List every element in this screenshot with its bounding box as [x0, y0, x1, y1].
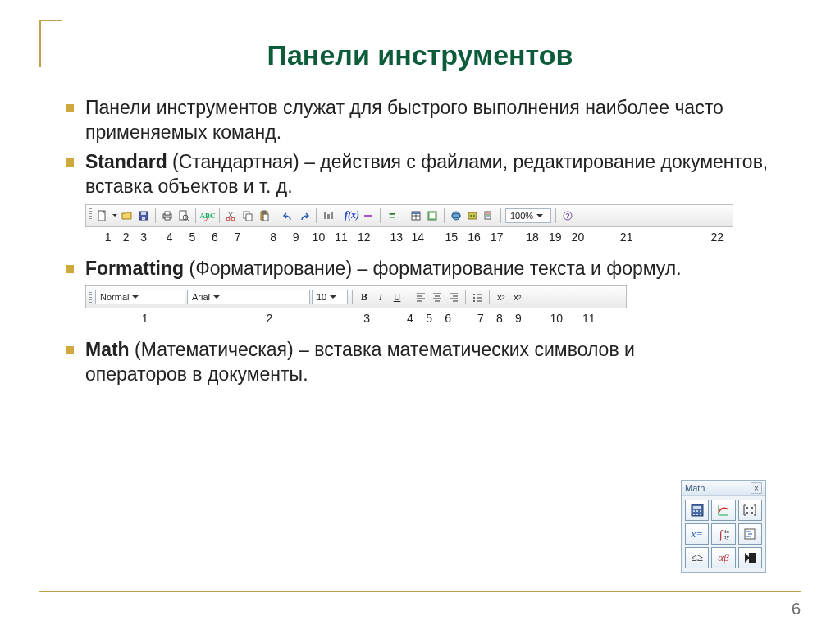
toolbar-index: 21	[620, 231, 633, 244]
open-icon[interactable]	[120, 208, 135, 223]
style-dropdown[interactable]: Normal	[95, 290, 185, 304]
svg-rect-20	[327, 214, 330, 219]
toolbar-index: 5	[426, 312, 432, 325]
svg-rect-26	[412, 212, 420, 214]
evaluation-icon[interactable]: x=	[685, 523, 709, 545]
bullet-list: Панели инструментов служат для быстрого …	[39, 96, 801, 199]
bullet-math-bold: Math	[85, 339, 130, 360]
evaluate-icon[interactable]: =	[385, 208, 399, 223]
bullets-icon[interactable]	[470, 290, 485, 304]
math-palette: Math × x= ∫dxdy ≤≥ αβ	[681, 480, 766, 573]
svg-text:dy: dy	[724, 534, 730, 541]
save-icon[interactable]	[136, 208, 151, 223]
bold-button[interactable]: B	[357, 290, 372, 304]
toolbar-index: 7	[235, 231, 241, 244]
programming-icon[interactable]	[738, 523, 762, 545]
align-left-icon[interactable]	[413, 290, 428, 304]
boolean-icon[interactable]: ≤≥	[685, 547, 709, 568]
svg-rect-17	[262, 211, 266, 213]
toolbar-index: 4	[407, 312, 413, 325]
print-preview-icon[interactable]	[176, 208, 191, 223]
insert-hyperlink-icon[interactable]	[449, 208, 463, 223]
toolbar-index: 10	[550, 312, 563, 325]
separator	[219, 208, 220, 223]
bullet-math-rest: (Математическая) – вставка математически…	[85, 339, 635, 385]
toolbar-index: 9	[515, 312, 522, 325]
calculus-icon[interactable]: ∫dxdy	[711, 523, 735, 545]
toolbar-index: 1	[142, 312, 148, 325]
svg-rect-31	[468, 212, 477, 219]
separator	[409, 290, 409, 304]
toolbar-index: 8	[270, 231, 276, 244]
copy-icon[interactable]	[240, 208, 255, 223]
spellcheck-icon[interactable]: ABC✓	[200, 208, 215, 223]
align-icon[interactable]	[321, 208, 336, 223]
toolbar-index: 3	[140, 231, 147, 244]
standard-toolbar-numbers: 12345678910111213141516171819202122	[85, 231, 733, 245]
insert-object-icon[interactable]	[465, 208, 480, 223]
svg-point-70	[746, 512, 748, 514]
cut-icon[interactable]	[224, 208, 239, 223]
insert-reference-icon[interactable]	[482, 208, 496, 223]
svg-rect-65	[700, 514, 701, 515]
symbolic-icon[interactable]	[738, 547, 762, 568]
graph-icon[interactable]	[711, 500, 735, 521]
svg-rect-59	[693, 506, 701, 509]
align-center-icon[interactable]	[430, 290, 445, 304]
toolbar-index: 15	[445, 231, 459, 244]
bullet-intro: Панели инструментов служат для быстрого …	[62, 96, 792, 145]
toolbar-index: 2	[266, 312, 272, 325]
superscript-icon[interactable]: x2	[494, 290, 509, 304]
standard-toolbar-figure: ABC✓ f(x) =	[85, 204, 801, 227]
slide-title: Панели инструментов	[39, 39, 801, 71]
svg-point-29	[452, 212, 460, 220]
toolbar-grip[interactable]	[89, 290, 92, 304]
math-palette-titlebar[interactable]: Math ×	[682, 481, 765, 496]
print-icon[interactable]	[160, 208, 175, 223]
toolbar-index: 13	[390, 231, 403, 244]
undo-icon[interactable]	[281, 208, 295, 223]
new-document-icon[interactable]	[95, 208, 110, 223]
corner-ornament	[39, 20, 62, 67]
zoom-dropdown[interactable]: 100%	[505, 208, 551, 223]
insert-unit-icon[interactable]	[361, 208, 376, 223]
matrix-icon[interactable]	[738, 500, 762, 521]
math-palette-grid: x= ∫dxdy ≤≥ αβ	[682, 496, 765, 572]
zoom-value: 100%	[510, 211, 533, 221]
toolbar-grip[interactable]	[89, 208, 92, 223]
svg-rect-79	[749, 553, 756, 563]
align-right-icon[interactable]	[446, 290, 461, 304]
insert-table-icon[interactable]	[409, 208, 423, 223]
bullet-standard-rest: (Стандартная) – действия с файлами, реда…	[85, 151, 768, 197]
bullet-math: Math (Математическая) – вставка математи…	[62, 338, 792, 387]
calculator-icon[interactable]	[685, 500, 709, 521]
greek-icon[interactable]: αβ	[711, 547, 735, 568]
redo-icon[interactable]	[297, 208, 312, 223]
svg-point-71	[751, 512, 753, 514]
dropdown-arrow-icon[interactable]	[112, 208, 118, 223]
close-icon[interactable]: ×	[751, 482, 762, 494]
italic-button[interactable]: I	[373, 290, 388, 304]
paste-icon[interactable]	[257, 208, 272, 223]
subscript-icon[interactable]: x2	[510, 290, 525, 304]
help-icon[interactable]: ?	[560, 208, 575, 223]
toolbar-index: 6	[445, 312, 451, 325]
toolbar-index: 5	[189, 231, 195, 244]
underline-button[interactable]: U	[390, 290, 404, 304]
svg-rect-19	[324, 212, 326, 219]
toolbar-index: 10	[313, 231, 326, 244]
toolbar-index: 3	[363, 312, 370, 325]
toolbar-index: 11	[335, 231, 348, 244]
svg-point-52	[473, 294, 475, 295]
insert-function-icon[interactable]: f(x)	[345, 208, 359, 223]
separator	[489, 290, 490, 304]
bullet-formatting: Formatting (Форматирование) – форматиров…	[62, 257, 792, 281]
toolbar-index: 20	[572, 231, 585, 244]
separator	[500, 208, 501, 223]
toolbar-index: 2	[123, 231, 130, 244]
insert-component-icon[interactable]	[425, 208, 440, 223]
size-dropdown[interactable]: 10	[312, 290, 348, 304]
font-dropdown[interactable]: Arial	[187, 290, 310, 304]
toolbar-index: 16	[468, 231, 481, 244]
toolbar-index: 11	[582, 312, 596, 325]
